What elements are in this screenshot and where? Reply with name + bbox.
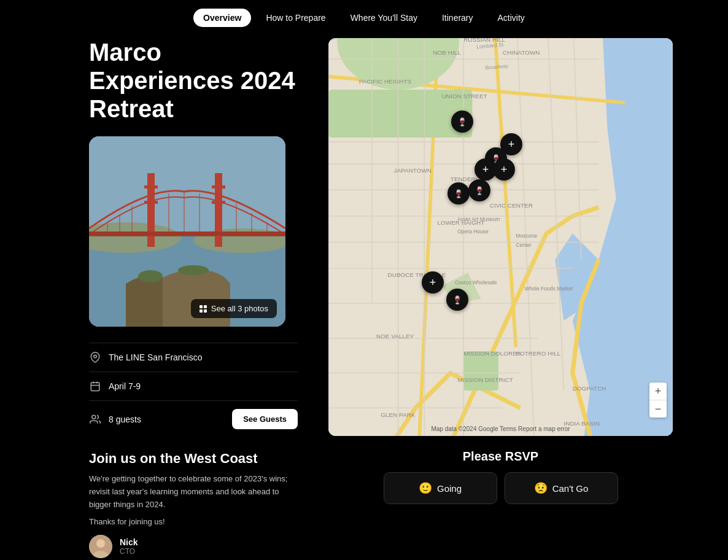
see-photos-button[interactable]: See all 3 photos (191, 299, 277, 318)
map-marker-wine-1[interactable] (451, 111, 473, 133)
guests-row: 8 guests See Guests (89, 400, 298, 437)
svg-point-22 (178, 265, 209, 275)
calendar-icon (89, 380, 101, 392)
description-body: We're getting together to celebrate some… (89, 473, 298, 511)
going-icon: 🙂 (419, 481, 432, 495)
svg-rect-20 (89, 231, 285, 236)
avatar-image (89, 535, 112, 558)
guests-count: 8 guests (109, 414, 225, 424)
map-marker-wine-3[interactable] (447, 182, 470, 204)
svg-text:DOGPATCH: DOGPATCH (573, 385, 606, 392)
cant-go-label: Can't Go (552, 483, 589, 494)
see-guests-button[interactable]: See Guests (232, 409, 298, 429)
svg-rect-7 (144, 185, 158, 189)
thanks-text: Thanks for joining us! (89, 517, 298, 526)
svg-point-21 (138, 270, 163, 282)
svg-text:PACIFIC HEIGHTS: PACIFIC HEIGHTS (359, 78, 412, 85)
location-label: The LINE San Francisco (109, 352, 298, 362)
location-row: The LINE San Francisco (89, 343, 298, 371)
section-title: Join us on the West Coast (89, 451, 298, 467)
going-button[interactable]: 🙂 Going (384, 472, 497, 504)
cant-go-icon: 😟 (534, 481, 548, 495)
nav-activity[interactable]: Activity (488, 9, 535, 27)
author-row: Nick CTO (89, 535, 298, 558)
map-credits: Map data ©2024 Google Terms Report a map… (431, 426, 570, 432)
zoom-in-button[interactable]: + (649, 383, 667, 400)
main-layout: Marco Experiences 2024 Retreat (0, 38, 728, 558)
svg-text:CHINATOWN: CHINATOWN (503, 49, 540, 56)
svg-text:Whole Foods Market: Whole Foods Market (525, 286, 573, 292)
svg-text:MISSION DISTRICT: MISSION DISTRICT (457, 376, 513, 383)
svg-text:POTRERO HILL: POTRERO HILL (516, 350, 560, 357)
map-marker-wine-4[interactable] (468, 179, 490, 201)
author-role: CTO (120, 547, 138, 556)
grid-icon (199, 305, 207, 313)
svg-text:Moscone: Moscone (516, 233, 537, 239)
svg-text:GLEN PARK: GLEN PARK (381, 411, 416, 418)
dates-row: April 7-9 (89, 371, 298, 400)
going-label: Going (437, 483, 462, 494)
map-marker-wine-5[interactable] (446, 289, 468, 311)
svg-text:Center: Center (516, 242, 532, 248)
svg-text:NOB HILL: NOB HILL (433, 49, 461, 56)
nav-how-to-prepare[interactable]: How to Prepare (256, 9, 335, 27)
nav-where-youll-stay[interactable]: Where You'll Stay (341, 9, 427, 27)
svg-text:NOE VALLEY: NOE VALLEY (376, 333, 414, 340)
guests-icon (89, 413, 101, 426)
photo-container: See all 3 photos (89, 136, 285, 327)
rsvp-title: Please RSVP (328, 449, 673, 464)
dates-label: April 7-9 (109, 381, 298, 391)
see-photos-label: See all 3 photos (211, 304, 268, 313)
avatar (89, 535, 112, 558)
left-panel: Marco Experiences 2024 Retreat (89, 38, 298, 558)
svg-rect-9 (212, 185, 225, 189)
svg-rect-37 (463, 351, 498, 391)
svg-text:Opera House: Opera House (457, 228, 489, 235)
svg-point-30 (96, 539, 105, 548)
right-panel: FISHERMAN'S WHARF AQUATIC PARK COVE EMBA… (328, 38, 673, 558)
svg-text:Asian Art Museum: Asian Art Museum (457, 216, 500, 222)
map-marker-cross-4[interactable] (422, 271, 444, 294)
event-title: Marco Experiences 2024 Retreat (89, 38, 298, 123)
navigation: Overview How to Prepare Where You'll Sta… (0, 0, 728, 38)
nav-itinerary[interactable]: Itinerary (432, 9, 483, 27)
svg-text:CIVIC CENTER: CIVIC CENTER (490, 202, 533, 209)
cant-go-button[interactable]: 😟 Can't Go (505, 472, 618, 504)
rsvp-buttons: 🙂 Going 😟 Can't Go (328, 472, 673, 504)
location-icon (89, 351, 101, 364)
nav-overview[interactable]: Overview (193, 9, 251, 27)
svg-rect-24 (91, 383, 99, 391)
author-name: Nick (120, 537, 138, 547)
svg-point-28 (92, 415, 96, 419)
map-container[interactable]: FISHERMAN'S WHARF AQUATIC PARK COVE EMBA… (328, 38, 673, 436)
svg-text:UNION STREET: UNION STREET (442, 93, 487, 99)
svg-point-23 (94, 355, 97, 358)
zoom-out-button[interactable]: − (649, 400, 667, 418)
svg-text:JAPANTOWN: JAPANTOWN (394, 167, 432, 174)
map-zoom-controls: + − (649, 383, 667, 418)
svg-text:Costco Wholesale: Costco Wholesale (455, 279, 497, 286)
rsvp-section: Please RSVP 🙂 Going 😟 Can't Go (328, 436, 673, 510)
map-marker-cross-3[interactable] (493, 158, 515, 181)
svg-text:MISSION DOLORES: MISSION DOLORES (463, 350, 521, 357)
author-info: Nick CTO (120, 537, 138, 556)
